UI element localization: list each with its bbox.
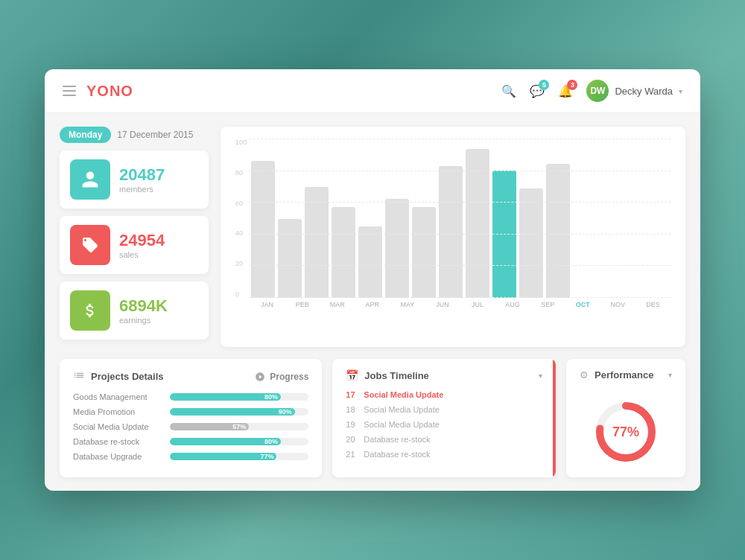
chart-label-jun: JUN <box>426 301 458 308</box>
calendar-icon: 📅 <box>346 369 358 381</box>
project-progress-fill-4: 77% <box>170 453 276 460</box>
user-menu[interactable]: DW Decky Warda ▾ <box>586 80 682 102</box>
projects-card: Projects Details Progress Goods Manageme… <box>60 359 322 477</box>
earnings-value: 6894K <box>119 296 168 316</box>
project-progress-fill-1: 90% <box>170 408 295 416</box>
y-label-60: 60 <box>235 200 247 207</box>
notifications-badge: 3 <box>567 80 577 90</box>
project-progress-wrap-1: 90% <box>170 408 308 416</box>
user-name: Decky Warda <box>615 86 673 97</box>
logo: YONO <box>86 83 133 100</box>
left-panel: Monday 17 December 2015 20487 members <box>60 127 209 347</box>
performance-card: ⚙ Performance ▾ 77% <box>566 359 685 477</box>
performance-donut: 77% <box>592 398 659 465</box>
earnings-label: earnings <box>119 316 168 325</box>
perf-title-group: ⚙ Performance <box>580 369 653 381</box>
jobs-card: 📅 Jobs Timeline ▾ 17Social Media Update1… <box>332 359 556 477</box>
header: YONO 🔍 💬 5 🔔 3 DW Decky Warda ▾ <box>45 69 700 113</box>
stat-info-sales: 24954 sales <box>119 231 165 259</box>
chart-bar-oct <box>492 171 516 298</box>
progress-header-group: Progress <box>255 372 308 382</box>
chart-bar-jun <box>385 199 409 298</box>
project-row-4: Database Upgrade77% <box>73 452 308 461</box>
sales-label: sales <box>119 250 165 259</box>
stat-card-earnings: 6894K earnings <box>60 281 209 340</box>
jobs-dropdown-icon[interactable]: ▾ <box>539 372 542 380</box>
job-title-4: Database re-stock <box>364 450 430 459</box>
job-num-1: 18 <box>346 405 358 414</box>
job-row-3: 20Database re-stock <box>346 435 542 444</box>
project-rows: Goods Management80%Media Promotion90%Soc… <box>73 392 308 461</box>
chart-bar-may <box>358 226 382 298</box>
project-progress-fill-0: 80% <box>170 393 281 401</box>
chart-bar-peb <box>278 219 302 298</box>
project-row-3: Database re-stock80% <box>73 437 308 446</box>
job-row-0: 17Social Media Update <box>346 390 542 399</box>
members-icon <box>70 159 110 200</box>
job-num-4: 21 <box>346 450 358 459</box>
y-label-0: 0 <box>235 290 247 298</box>
project-pct-1: 90% <box>279 408 292 416</box>
job-num-3: 20 <box>346 435 358 444</box>
project-row-2: Social Media Update57% <box>73 422 308 431</box>
project-name-4: Database Upgrade <box>73 452 170 461</box>
project-progress-fill-2: 57% <box>170 423 249 430</box>
job-title-0: Social Media Update <box>364 390 443 399</box>
stat-card-members: 20487 members <box>60 150 209 209</box>
projects-list-icon <box>73 369 85 384</box>
project-pct-3: 80% <box>264 438 278 445</box>
performance-title: Performance <box>595 369 653 381</box>
user-chevron-icon: ▾ <box>679 87 682 95</box>
chart-bar-aug <box>439 166 463 298</box>
stat-info-members: 20487 members <box>119 165 165 194</box>
chart-bar-nov <box>519 188 543 298</box>
avatar: DW <box>586 80 609 102</box>
project-pct-4: 77% <box>260 453 273 460</box>
project-row-1: Media Promotion90% <box>73 407 308 416</box>
project-name-2: Social Media Update <box>73 422 170 431</box>
y-label-20: 20 <box>235 260 247 267</box>
job-num-0: 17 <box>346 390 358 399</box>
job-title-3: Database re-stock <box>364 435 430 444</box>
project-name-0: Goods Management <box>73 392 170 401</box>
messages-button[interactable]: 💬 5 <box>530 84 545 98</box>
chart-label-sep: SEP <box>532 301 564 308</box>
stat-info-earnings: 6894K earnings <box>119 296 168 325</box>
bottom-section: Projects Details Progress Goods Manageme… <box>60 359 685 477</box>
projects-card-header: Projects Details Progress <box>73 369 308 384</box>
menu-button[interactable] <box>63 86 76 96</box>
date-text: 17 December 2015 <box>117 130 193 140</box>
projects-title: Projects Details <box>91 371 164 382</box>
search-button[interactable]: 🔍 <box>501 84 516 98</box>
jobs-title: Jobs Timeline <box>364 370 428 381</box>
job-row-4: 21Database re-stock <box>346 450 542 459</box>
project-progress-wrap-3: 80% <box>170 438 308 445</box>
performance-dropdown-icon[interactable]: ▾ <box>668 371 672 379</box>
chart-bar-jul <box>412 207 436 298</box>
red-accent-line <box>553 359 556 477</box>
project-pct-2: 57% <box>232 423 246 430</box>
job-rows: 17Social Media Update18Social Media Upda… <box>346 390 542 459</box>
performance-value: 77% <box>612 424 639 440</box>
earnings-icon <box>70 290 110 331</box>
job-num-2: 19 <box>346 420 358 429</box>
top-section: Monday 17 December 2015 20487 members <box>60 127 685 347</box>
performance-gear-icon: ⚙ <box>580 369 589 381</box>
header-right: 🔍 💬 5 🔔 3 DW Decky Warda ▾ <box>501 80 682 102</box>
chart-bar-mar <box>305 187 329 298</box>
chart-label-mar: MAR <box>321 301 353 308</box>
y-label-80: 80 <box>235 169 247 176</box>
job-title-2: Social Media Update <box>364 420 440 429</box>
chart-panel: 100 80 60 40 20 0 <box>221 127 685 347</box>
chart-label-nov: NOV <box>602 301 634 308</box>
project-progress-fill-3: 80% <box>170 438 281 445</box>
dashboard-container: YONO 🔍 💬 5 🔔 3 DW Decky Warda ▾ <box>45 69 700 491</box>
progress-circle-icon <box>255 372 265 382</box>
chart-bar-des <box>546 164 570 298</box>
job-title-1: Social Media Update <box>364 405 440 414</box>
jobs-title-group: 📅 Jobs Timeline <box>346 369 428 381</box>
stat-card-sales: 24954 sales <box>60 216 209 274</box>
members-value: 20487 <box>119 165 165 185</box>
project-progress-wrap-0: 80% <box>170 393 308 401</box>
notifications-button[interactable]: 🔔 3 <box>558 84 573 98</box>
